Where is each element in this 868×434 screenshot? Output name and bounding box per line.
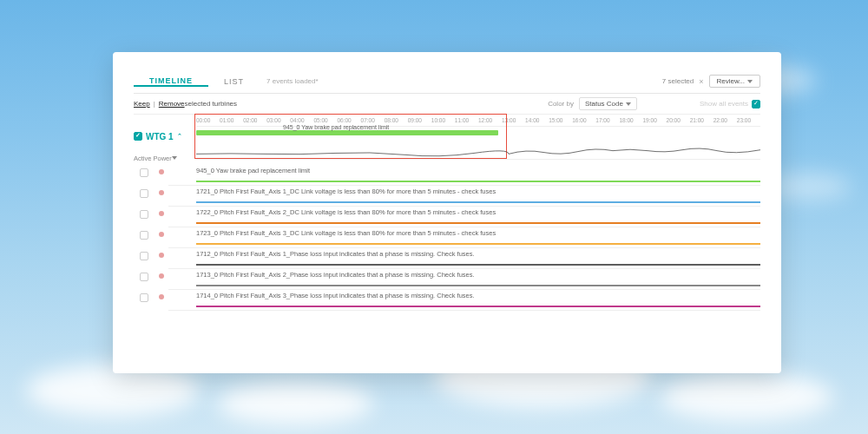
event-text: 1723_0 Pitch First Fault_Axis 3_DC Link …: [168, 227, 760, 237]
event-row: 945_0 Yaw brake pad replacement limit: [134, 165, 760, 186]
event-list: 945_0 Yaw brake pad replacement limit172…: [134, 165, 760, 311]
event-row: 1722_0 Pitch First Fault_Axis 2_DC Link …: [134, 207, 760, 227]
event-checkbox[interactable]: [140, 231, 148, 240]
time-tick: 02:00: [243, 117, 266, 123]
event-bar[interactable]: [196, 306, 760, 308]
event-checkbox[interactable]: [140, 252, 148, 260]
colorby-value: Status Code: [585, 100, 623, 108]
overview-event-bar[interactable]: [196, 130, 498, 135]
time-tick: 00:00: [196, 117, 220, 123]
time-tick: 22:00: [713, 117, 737, 123]
chevron-down-icon: [747, 80, 753, 83]
tab-bar: TIMELINE LIST 7 events loaded* 7 selecte…: [134, 69, 760, 94]
selected-count: 7 selected: [662, 77, 694, 85]
event-bar[interactable]: [196, 243, 760, 246]
event-checkbox[interactable]: [140, 168, 148, 177]
time-tick: 19:00: [642, 117, 666, 123]
turbine-header[interactable]: WTG 1 ⌃: [134, 127, 196, 146]
event-row: 1723_0 Pitch First Fault_Axis 3_DC Link …: [134, 227, 760, 248]
event-bar[interactable]: [196, 285, 760, 287]
event-row: 1712_0 Pitch First Fault_Axis 1_Phase lo…: [134, 248, 760, 269]
time-tick: 23:00: [737, 117, 760, 123]
event-status-dot: [159, 253, 164, 258]
event-status-dot: [159, 190, 164, 195]
selected-turbines-label: selected turbines: [185, 100, 237, 108]
show-all-checkbox[interactable]: [752, 100, 760, 108]
time-axis: 00:0001:0002:0003:0004:0005:0006:0007:00…: [196, 115, 760, 127]
time-tick: 15:00: [549, 117, 572, 123]
time-tick: 13:00: [502, 117, 525, 123]
overview-event-label: 945_0 Yaw brake pad replacement limit: [283, 124, 389, 130]
time-tick: 10:00: [431, 117, 455, 123]
event-row: 1713_0 Pitch First Fault_Axis 2_Phase lo…: [134, 269, 760, 290]
chevron-up-icon: ⌃: [177, 133, 182, 140]
time-tick: 20:00: [667, 117, 690, 123]
event-status-dot: [159, 294, 164, 299]
chevron-down-icon: [626, 102, 631, 106]
turbine-name: WTG 1: [146, 132, 174, 141]
colorby-select[interactable]: Status Code: [579, 97, 637, 110]
sparkline: [196, 146, 760, 160]
event-checkbox[interactable]: [140, 293, 148, 302]
main-panel: TIMELINE LIST 7 events loaded* 7 selecte…: [113, 52, 781, 373]
event-text: 1722_0 Pitch First Fault_Axis 2_DC Link …: [168, 207, 760, 216]
time-tick: 14:00: [525, 117, 549, 123]
event-bar[interactable]: [196, 201, 760, 204]
time-tick: 07:00: [361, 117, 385, 123]
event-status-dot: [159, 211, 164, 216]
tab-timeline[interactable]: TIMELINE: [134, 76, 208, 87]
time-tick: 21:00: [690, 117, 713, 123]
review-label: Review...: [717, 77, 745, 85]
event-text: 945_0 Yaw brake pad replacement limit: [168, 165, 760, 174]
time-tick: 16:00: [572, 117, 595, 123]
remove-link[interactable]: Remove: [159, 100, 185, 108]
sub-bar: Keep | Remove selected turbines Color by…: [134, 94, 760, 115]
event-bar[interactable]: [196, 181, 760, 183]
event-text: 1714_0 Pitch First Fault_Axis 3_Phase lo…: [168, 290, 760, 299]
event-status-dot: [159, 169, 164, 174]
event-text: 1713_0 Pitch First Fault_Axis 2_Phase lo…: [168, 269, 760, 279]
event-status-dot: [159, 273, 164, 279]
event-row: 1714_0 Pitch First Fault_Axis 3_Phase lo…: [134, 290, 760, 311]
overview-row: 945_0 Yaw brake pad replacement limit: [196, 127, 760, 146]
metric-label: Active Power: [134, 155, 172, 162]
event-bar[interactable]: [196, 222, 760, 225]
time-tick: 08:00: [385, 117, 408, 123]
keep-link[interactable]: Keep: [134, 100, 150, 108]
time-tick: 06:00: [337, 117, 360, 123]
show-all-events[interactable]: Show all events: [700, 100, 760, 108]
time-tick: 01:00: [220, 117, 243, 123]
review-button[interactable]: Review...: [709, 75, 760, 88]
event-row: 1721_0 Pitch First Fault_Axis 1_DC Link …: [134, 186, 760, 207]
time-tick: 09:00: [408, 117, 431, 123]
time-tick: 18:00: [619, 117, 642, 123]
show-all-label: Show all events: [700, 100, 748, 108]
time-tick: 03:00: [266, 117, 290, 123]
event-checkbox[interactable]: [140, 189, 148, 198]
metric-row[interactable]: Active Power: [134, 151, 196, 165]
event-status-dot: [159, 232, 164, 237]
chevron-down-icon: [172, 156, 177, 160]
time-tick: 05:00: [313, 117, 337, 123]
events-loaded-label: 7 events loaded*: [266, 77, 319, 85]
time-tick: 17:00: [595, 117, 619, 123]
turbine-checkbox[interactable]: [134, 132, 142, 141]
event-text: 1721_0 Pitch First Fault_Axis 1_DC Link …: [168, 186, 760, 195]
event-checkbox[interactable]: [140, 210, 148, 219]
event-checkbox[interactable]: [140, 273, 148, 281]
time-tick: 12:00: [478, 117, 502, 123]
event-bar[interactable]: [196, 264, 760, 266]
time-tick: 04:00: [290, 117, 313, 123]
event-text: 1712_0 Pitch First Fault_Axis 1_Phase lo…: [168, 248, 760, 258]
tab-list[interactable]: LIST: [208, 77, 260, 86]
time-tick: 11:00: [455, 117, 478, 123]
clear-selection-icon[interactable]: ×: [699, 77, 703, 86]
colorby-label: Color by: [548, 100, 574, 108]
